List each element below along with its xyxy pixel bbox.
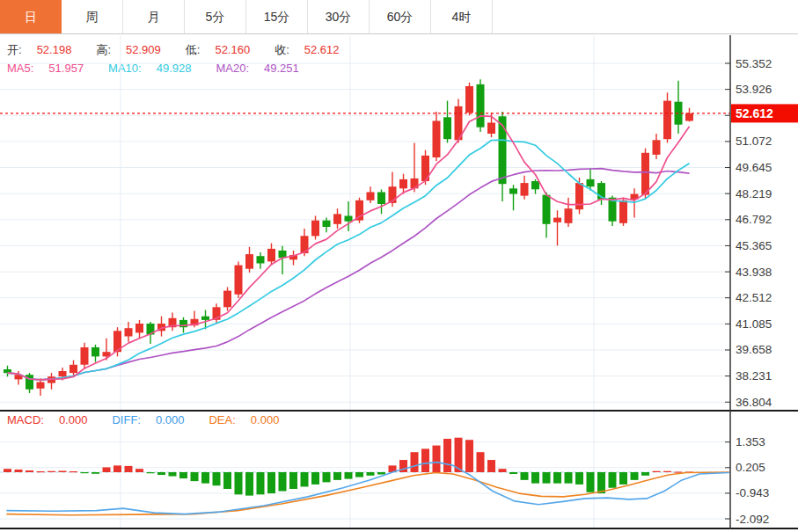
price-axis-label: 36.804	[736, 396, 772, 409]
macd-bar	[377, 472, 385, 475]
candles	[4, 79, 693, 396]
macd-bar	[487, 460, 495, 472]
macd-bar	[433, 446, 441, 472]
macd-axis-label: 0.205	[736, 461, 765, 474]
candle-body	[487, 123, 495, 135]
candle-body	[587, 179, 595, 186]
macd-bar	[26, 470, 33, 472]
candle-body	[245, 254, 253, 269]
candle-body	[477, 84, 485, 128]
candle-body	[531, 181, 539, 189]
macd-bar	[267, 472, 275, 493]
macd-bar	[311, 472, 319, 485]
price-axis-label: 51.072	[736, 135, 772, 148]
macd-bar	[201, 472, 209, 484]
macd-bar	[147, 472, 155, 473]
macd-bar	[81, 472, 89, 473]
candle-body	[367, 193, 375, 200]
ma20-line	[8, 169, 690, 380]
candle-body	[399, 179, 407, 188]
macd-bar	[323, 472, 331, 482]
ma10-line	[8, 140, 690, 380]
ma5-line	[8, 116, 690, 380]
candle-body	[443, 117, 451, 139]
macd-bar	[333, 472, 341, 480]
price-axis-label: 41.085	[736, 317, 772, 331]
macd-bar	[103, 467, 111, 472]
price-axis-label: 46.792	[736, 213, 772, 226]
macd-bar	[575, 472, 583, 485]
candle-body	[641, 153, 649, 195]
macd-bar	[235, 472, 243, 494]
candle-body	[267, 249, 275, 262]
candle-body	[685, 113, 693, 121]
macd-bar	[301, 472, 309, 486]
macd-bar	[279, 472, 287, 492]
candle-body	[223, 291, 231, 308]
candle-body	[201, 317, 209, 320]
macd-bar	[355, 472, 363, 477]
macd-bar	[597, 472, 605, 493]
candle-body	[257, 256, 265, 263]
macd-bar	[641, 472, 649, 476]
candle-body	[575, 183, 583, 209]
macd-bar	[257, 472, 265, 494]
macd-axis-label: 1.353	[736, 435, 765, 448]
macd-bar	[553, 472, 561, 484]
macd-bar	[345, 472, 353, 479]
candle-body	[377, 193, 385, 205]
candle-body	[553, 218, 561, 222]
macd-bar	[411, 452, 419, 472]
macd-bar	[191, 472, 199, 481]
macd-bar	[477, 452, 485, 472]
macd-bar	[223, 472, 231, 489]
candle-body	[311, 221, 319, 237]
macd-bar	[619, 472, 627, 485]
macd-bar	[367, 472, 375, 476]
candle-body	[70, 365, 77, 373]
price-axis-label: 55.352	[736, 57, 772, 70]
price-axis-label: 39.658	[736, 343, 772, 356]
candle-body	[37, 383, 45, 389]
chart-canvas[interactable]: 55.35253.92651.07249.64548.21946.79245.3…	[0, 0, 798, 532]
macd-bar	[15, 470, 23, 472]
macd-bar	[179, 472, 187, 478]
bottom-border	[0, 528, 798, 529]
macd-bar	[48, 471, 55, 472]
macd-bar	[289, 472, 297, 489]
macd-bar	[543, 472, 551, 484]
macd-bar	[587, 472, 595, 492]
price-axis-label: 38.231	[736, 369, 772, 383]
candle-body	[125, 328, 133, 336]
candle-body	[92, 347, 99, 356]
macd-bar	[653, 471, 661, 472]
candle-body	[663, 101, 671, 140]
panel-separator	[0, 410, 798, 412]
macd-bar	[531, 472, 539, 484]
candle-body	[345, 216, 353, 222]
trading-chart-app: 日周月5分15分30分60分4时 开:52.198高:52.909低:52.16…	[0, 0, 798, 532]
macd-bar	[125, 466, 133, 472]
price-axis-label: 48.219	[736, 187, 772, 200]
candle-body	[543, 195, 551, 224]
price-axis-label: 53.926	[736, 83, 772, 96]
price-axis-label: 42.512	[736, 291, 772, 304]
price-axis-label: 43.938	[736, 266, 772, 279]
macd-bar	[663, 471, 671, 472]
macd-bar	[509, 472, 517, 474]
macd-bar	[135, 469, 143, 472]
candle-body	[81, 347, 89, 365]
price-axis-label: 45.365	[736, 239, 772, 252]
candle-body	[619, 200, 627, 223]
candle-body	[333, 214, 341, 223]
macd-bar	[565, 472, 573, 484]
candle-body	[135, 324, 143, 332]
candle-body	[323, 221, 331, 227]
current-price-tag-text: 52.612	[736, 106, 773, 120]
candle-body	[465, 86, 473, 113]
price-axis-label: 49.645	[736, 161, 772, 174]
macd-bar	[443, 439, 451, 472]
macd-bar	[421, 448, 429, 472]
candle-body	[565, 208, 573, 223]
macd-bar	[499, 469, 507, 472]
